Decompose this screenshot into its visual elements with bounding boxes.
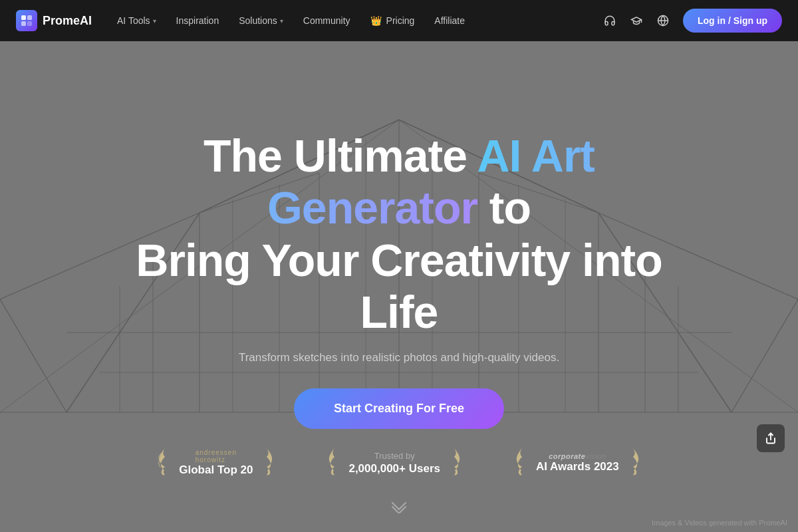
award-corporate-brand: corporatevision	[549, 452, 606, 460]
hero-title: The Ultimate AI Art Generator to Bring Y…	[100, 130, 698, 338]
hero-title-part1: The Ultimate	[203, 130, 477, 181]
hero-content: The Ultimate AI Art Generator to Bring Y…	[100, 130, 698, 429]
svg-rect-0	[21, 15, 26, 20]
nav-item-pricing[interactable]: 👑 Pricing	[361, 10, 424, 31]
nav-item-solutions[interactable]: Solutions ▾	[229, 10, 293, 31]
award-trusted: Trusted by 2,000,000+ Users	[327, 447, 462, 479]
laurel-left-icon-3	[515, 447, 529, 479]
cta-button[interactable]: Start Creating For Free	[294, 388, 504, 429]
login-signup-button[interactable]: Log in / Sign up	[683, 9, 782, 33]
scroll-down-indicator[interactable]	[390, 500, 408, 513]
share-button[interactable]	[757, 424, 785, 452]
svg-rect-3	[27, 21, 32, 26]
award-andreessen-brand: andreessenhorowitz	[196, 449, 237, 464]
nav-item-inspiration[interactable]: Inspiration	[167, 10, 229, 31]
nav-item-affiliate[interactable]: Affiliate	[425, 10, 474, 31]
svg-rect-1	[27, 15, 32, 20]
headset-icon[interactable]	[598, 9, 622, 33]
award-andreessen-label: Global Top 20	[179, 464, 253, 477]
nav-links: AI Tools ▾ Inspiration Solutions ▾ Commu…	[108, 10, 595, 31]
footer-credit: Images & Videos generated with PromeAI	[652, 519, 787, 527]
laurel-left-icon	[158, 447, 172, 479]
award-corporate-label: AI Awards 2023	[536, 460, 619, 473]
hero-section: The Ultimate AI Art Generator to Bring Y…	[0, 0, 798, 532]
award-corporate-text: corporatevision AI Awards 2023	[536, 452, 619, 473]
awards-section: andreessenhorowitz Global Top 20	[0, 447, 798, 479]
hero-title-line2: Bring Your Creativity into Life	[136, 235, 662, 337]
hero-subtitle: Transform sketches into realistic photos…	[100, 351, 698, 364]
hero-title-part2: to	[477, 182, 531, 233]
laurel-right-icon-3	[626, 447, 640, 479]
graduation-cap-icon[interactable]	[624, 9, 648, 33]
navbar: PromeAI AI Tools ▾ Inspiration Solutions…	[0, 0, 798, 41]
logo-icon	[16, 10, 37, 31]
laurel-right-icon	[259, 447, 274, 479]
award-corporate: corporatevision AI Awards 2023	[515, 447, 640, 479]
logo-text: PromeAI	[43, 14, 92, 28]
award-andreessen: andreessenhorowitz Global Top 20	[158, 447, 274, 479]
svg-line-9	[732, 299, 798, 412]
award-trusted-sublabel: Trusted by	[374, 451, 415, 461]
svg-line-7	[0, 299, 66, 412]
award-trusted-label: 2,000,000+ Users	[348, 462, 440, 475]
chevron-down-icon: ▾	[153, 17, 156, 25]
chevron-down-icon: ▾	[280, 17, 283, 25]
nav-item-ai-tools[interactable]: AI Tools ▾	[108, 10, 166, 31]
laurel-left-icon-2	[327, 447, 342, 479]
globe-icon[interactable]	[651, 9, 675, 33]
logo[interactable]: PromeAI	[16, 10, 92, 31]
nav-item-community[interactable]: Community	[294, 10, 360, 31]
award-andreessen-text: andreessenhorowitz Global Top 20	[179, 449, 253, 477]
award-trusted-text: Trusted by 2,000,000+ Users	[348, 451, 440, 475]
crown-icon: 👑	[370, 15, 382, 26]
nav-icons: Log in / Sign up	[598, 9, 782, 33]
svg-rect-2	[21, 21, 26, 26]
laurel-right-icon-2	[447, 447, 462, 479]
